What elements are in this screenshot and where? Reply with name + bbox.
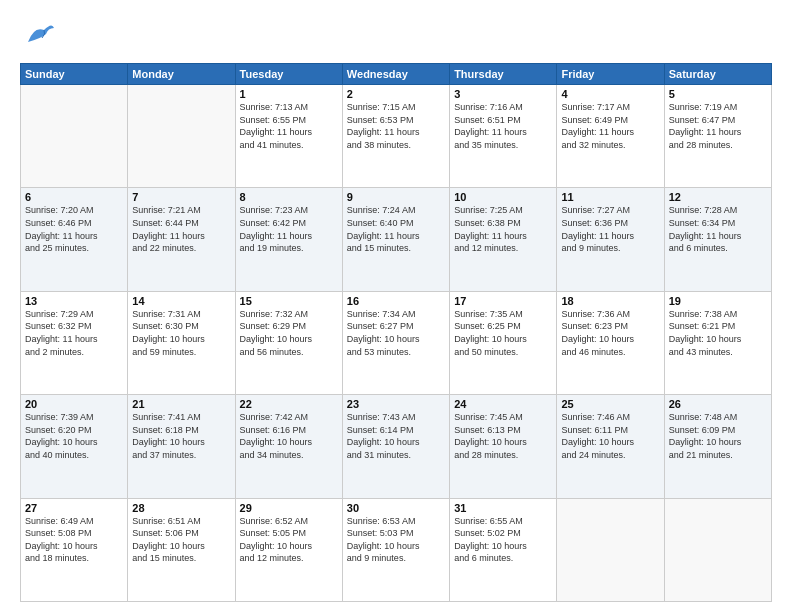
day-number: 3	[454, 88, 552, 100]
weekday-header-tuesday: Tuesday	[235, 64, 342, 85]
calendar-cell: 8Sunrise: 7:23 AM Sunset: 6:42 PM Daylig…	[235, 188, 342, 291]
day-number: 11	[561, 191, 659, 203]
day-info: Sunrise: 7:13 AM Sunset: 6:55 PM Dayligh…	[240, 101, 338, 151]
day-number: 23	[347, 398, 445, 410]
day-info: Sunrise: 6:53 AM Sunset: 5:03 PM Dayligh…	[347, 515, 445, 565]
calendar-cell: 2Sunrise: 7:15 AM Sunset: 6:53 PM Daylig…	[342, 85, 449, 188]
day-number: 15	[240, 295, 338, 307]
header	[20, 18, 772, 55]
calendar-cell	[21, 85, 128, 188]
logo	[20, 18, 56, 55]
day-info: Sunrise: 7:20 AM Sunset: 6:46 PM Dayligh…	[25, 204, 123, 254]
day-number: 24	[454, 398, 552, 410]
week-row-5: 27Sunrise: 6:49 AM Sunset: 5:08 PM Dayli…	[21, 498, 772, 601]
day-number: 19	[669, 295, 767, 307]
day-info: Sunrise: 7:19 AM Sunset: 6:47 PM Dayligh…	[669, 101, 767, 151]
day-info: Sunrise: 6:52 AM Sunset: 5:05 PM Dayligh…	[240, 515, 338, 565]
day-info: Sunrise: 6:51 AM Sunset: 5:06 PM Dayligh…	[132, 515, 230, 565]
calendar-cell: 5Sunrise: 7:19 AM Sunset: 6:47 PM Daylig…	[664, 85, 771, 188]
calendar-cell: 1Sunrise: 7:13 AM Sunset: 6:55 PM Daylig…	[235, 85, 342, 188]
day-info: Sunrise: 7:17 AM Sunset: 6:49 PM Dayligh…	[561, 101, 659, 151]
day-number: 4	[561, 88, 659, 100]
day-info: Sunrise: 7:29 AM Sunset: 6:32 PM Dayligh…	[25, 308, 123, 358]
weekday-header-row: SundayMondayTuesdayWednesdayThursdayFrid…	[21, 64, 772, 85]
weekday-header-friday: Friday	[557, 64, 664, 85]
calendar-cell: 4Sunrise: 7:17 AM Sunset: 6:49 PM Daylig…	[557, 85, 664, 188]
day-info: Sunrise: 7:35 AM Sunset: 6:25 PM Dayligh…	[454, 308, 552, 358]
calendar-cell: 3Sunrise: 7:16 AM Sunset: 6:51 PM Daylig…	[450, 85, 557, 188]
day-number: 29	[240, 502, 338, 514]
calendar-cell	[664, 498, 771, 601]
weekday-header-sunday: Sunday	[21, 64, 128, 85]
day-info: Sunrise: 7:45 AM Sunset: 6:13 PM Dayligh…	[454, 411, 552, 461]
day-info: Sunrise: 7:46 AM Sunset: 6:11 PM Dayligh…	[561, 411, 659, 461]
day-number: 22	[240, 398, 338, 410]
calendar-cell: 13Sunrise: 7:29 AM Sunset: 6:32 PM Dayli…	[21, 291, 128, 394]
day-info: Sunrise: 7:41 AM Sunset: 6:18 PM Dayligh…	[132, 411, 230, 461]
calendar-table: SundayMondayTuesdayWednesdayThursdayFrid…	[20, 63, 772, 602]
calendar-cell: 10Sunrise: 7:25 AM Sunset: 6:38 PM Dayli…	[450, 188, 557, 291]
calendar-cell: 6Sunrise: 7:20 AM Sunset: 6:46 PM Daylig…	[21, 188, 128, 291]
day-number: 10	[454, 191, 552, 203]
day-info: Sunrise: 7:36 AM Sunset: 6:23 PM Dayligh…	[561, 308, 659, 358]
calendar-cell: 25Sunrise: 7:46 AM Sunset: 6:11 PM Dayli…	[557, 395, 664, 498]
calendar-cell: 24Sunrise: 7:45 AM Sunset: 6:13 PM Dayli…	[450, 395, 557, 498]
day-number: 12	[669, 191, 767, 203]
day-info: Sunrise: 7:15 AM Sunset: 6:53 PM Dayligh…	[347, 101, 445, 151]
calendar-cell: 27Sunrise: 6:49 AM Sunset: 5:08 PM Dayli…	[21, 498, 128, 601]
calendar-cell: 23Sunrise: 7:43 AM Sunset: 6:14 PM Dayli…	[342, 395, 449, 498]
weekday-header-thursday: Thursday	[450, 64, 557, 85]
day-info: Sunrise: 7:25 AM Sunset: 6:38 PM Dayligh…	[454, 204, 552, 254]
week-row-3: 13Sunrise: 7:29 AM Sunset: 6:32 PM Dayli…	[21, 291, 772, 394]
calendar-cell: 20Sunrise: 7:39 AM Sunset: 6:20 PM Dayli…	[21, 395, 128, 498]
weekday-header-monday: Monday	[128, 64, 235, 85]
calendar-cell: 14Sunrise: 7:31 AM Sunset: 6:30 PM Dayli…	[128, 291, 235, 394]
day-info: Sunrise: 6:55 AM Sunset: 5:02 PM Dayligh…	[454, 515, 552, 565]
calendar-cell: 15Sunrise: 7:32 AM Sunset: 6:29 PM Dayli…	[235, 291, 342, 394]
day-info: Sunrise: 7:48 AM Sunset: 6:09 PM Dayligh…	[669, 411, 767, 461]
day-info: Sunrise: 7:38 AM Sunset: 6:21 PM Dayligh…	[669, 308, 767, 358]
calendar-cell: 28Sunrise: 6:51 AM Sunset: 5:06 PM Dayli…	[128, 498, 235, 601]
calendar-cell: 9Sunrise: 7:24 AM Sunset: 6:40 PM Daylig…	[342, 188, 449, 291]
day-info: Sunrise: 7:23 AM Sunset: 6:42 PM Dayligh…	[240, 204, 338, 254]
week-row-1: 1Sunrise: 7:13 AM Sunset: 6:55 PM Daylig…	[21, 85, 772, 188]
calendar-cell: 11Sunrise: 7:27 AM Sunset: 6:36 PM Dayli…	[557, 188, 664, 291]
calendar-cell: 12Sunrise: 7:28 AM Sunset: 6:34 PM Dayli…	[664, 188, 771, 291]
calendar-cell	[128, 85, 235, 188]
day-info: Sunrise: 7:32 AM Sunset: 6:29 PM Dayligh…	[240, 308, 338, 358]
day-info: Sunrise: 7:16 AM Sunset: 6:51 PM Dayligh…	[454, 101, 552, 151]
calendar-cell: 26Sunrise: 7:48 AM Sunset: 6:09 PM Dayli…	[664, 395, 771, 498]
calendar-cell: 30Sunrise: 6:53 AM Sunset: 5:03 PM Dayli…	[342, 498, 449, 601]
day-info: Sunrise: 7:24 AM Sunset: 6:40 PM Dayligh…	[347, 204, 445, 254]
day-info: Sunrise: 7:42 AM Sunset: 6:16 PM Dayligh…	[240, 411, 338, 461]
weekday-header-wednesday: Wednesday	[342, 64, 449, 85]
calendar-cell: 29Sunrise: 6:52 AM Sunset: 5:05 PM Dayli…	[235, 498, 342, 601]
calendar-cell: 19Sunrise: 7:38 AM Sunset: 6:21 PM Dayli…	[664, 291, 771, 394]
day-number: 6	[25, 191, 123, 203]
calendar-cell: 16Sunrise: 7:34 AM Sunset: 6:27 PM Dayli…	[342, 291, 449, 394]
calendar-cell: 31Sunrise: 6:55 AM Sunset: 5:02 PM Dayli…	[450, 498, 557, 601]
day-number: 28	[132, 502, 230, 514]
day-number: 18	[561, 295, 659, 307]
weekday-header-saturday: Saturday	[664, 64, 771, 85]
day-number: 9	[347, 191, 445, 203]
week-row-4: 20Sunrise: 7:39 AM Sunset: 6:20 PM Dayli…	[21, 395, 772, 498]
day-info: Sunrise: 6:49 AM Sunset: 5:08 PM Dayligh…	[25, 515, 123, 565]
day-number: 5	[669, 88, 767, 100]
day-info: Sunrise: 7:39 AM Sunset: 6:20 PM Dayligh…	[25, 411, 123, 461]
week-row-2: 6Sunrise: 7:20 AM Sunset: 6:46 PM Daylig…	[21, 188, 772, 291]
calendar-cell: 22Sunrise: 7:42 AM Sunset: 6:16 PM Dayli…	[235, 395, 342, 498]
day-info: Sunrise: 7:21 AM Sunset: 6:44 PM Dayligh…	[132, 204, 230, 254]
calendar-cell: 7Sunrise: 7:21 AM Sunset: 6:44 PM Daylig…	[128, 188, 235, 291]
day-info: Sunrise: 7:34 AM Sunset: 6:27 PM Dayligh…	[347, 308, 445, 358]
day-number: 1	[240, 88, 338, 100]
day-number: 8	[240, 191, 338, 203]
day-info: Sunrise: 7:31 AM Sunset: 6:30 PM Dayligh…	[132, 308, 230, 358]
day-number: 26	[669, 398, 767, 410]
day-info: Sunrise: 7:27 AM Sunset: 6:36 PM Dayligh…	[561, 204, 659, 254]
calendar-cell	[557, 498, 664, 601]
day-number: 14	[132, 295, 230, 307]
day-number: 30	[347, 502, 445, 514]
day-number: 16	[347, 295, 445, 307]
calendar-cell: 18Sunrise: 7:36 AM Sunset: 6:23 PM Dayli…	[557, 291, 664, 394]
